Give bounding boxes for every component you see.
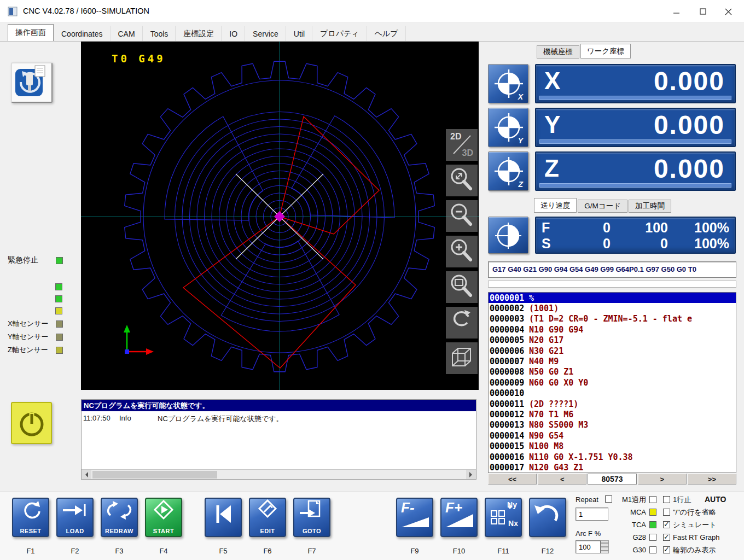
program-line[interactable]: 0000007 N40 M9 [489,356,736,366]
menu-tab[interactable]: 操作画面 [8,24,54,41]
feed-origin-button[interactable] [488,217,528,254]
program-line[interactable]: 0000004 N10 G90 G94 [489,324,736,335]
start-button[interactable]: START [145,498,182,537]
program-line[interactable]: 0000016 N110 G0 X-1.751 Y0.38 [489,452,736,462]
load-caption: LOAD [57,528,92,534]
graphics-canvas[interactable]: T0 G49 2D 3D [81,42,479,390]
maximize-button[interactable] [690,0,716,23]
menu-tab[interactable]: プロパティ [312,26,367,41]
program-line[interactable]: 0000003 (T1 D=2 CR=0 - ZMIN=-5.1 - flat … [489,314,736,324]
scroll-left-button[interactable] [82,470,91,479]
redraw-button[interactable]: REDRAW [101,498,138,537]
program-navigation: << < 80573 > >> [488,474,736,485]
feed-decrease-button[interactable]: F- [396,498,433,537]
feed-tab[interactable]: G/Mコード [578,200,627,213]
spindle-tool-button[interactable] [11,62,53,103]
goto-button[interactable]: GOTO [293,498,330,537]
repeat-checkbox[interactable] [605,495,612,503]
zoom-out-button[interactable] [446,200,478,232]
feed-tab[interactable]: 加工時間 [629,200,671,213]
program-line[interactable]: 0000013 N80 S5000 M3 [489,420,736,430]
coordinate-tabs: 機械座標 ワーク座標 [537,45,632,59]
menu-tab[interactable]: 座標設定 [176,26,222,41]
program-line[interactable]: 0000010 [489,388,736,399]
nav-next-button[interactable]: > [638,474,687,485]
power-button[interactable] [11,402,52,444]
line-number: 0000017 [490,463,529,472]
axis-origin-button-x[interactable]: X [488,64,528,103]
flag-indicator[interactable] [649,496,656,503]
nav-last-button[interactable]: >> [688,474,736,485]
flag-indicator[interactable] [649,521,656,528]
option-checkbox[interactable] [663,546,670,553]
zoom-fit-button[interactable] [446,165,478,196]
menu-tab[interactable]: Tools [143,26,176,41]
program-line[interactable]: 0000001 % [489,293,736,303]
menu-tab[interactable]: Service [245,26,286,41]
option-checkbox[interactable] [663,534,670,541]
mode-2d3d-button[interactable]: 2D 3D [446,129,478,161]
program-line[interactable]: 0000005 N20 G17 [489,335,736,346]
flag-row: G28 [616,531,656,544]
option-row: シミュレート [663,518,720,531]
program-line[interactable]: 0000015 N100 M8 [489,441,736,451]
spin-down-button[interactable] [601,547,609,553]
block-skip-button[interactable]: Ny Nx [485,498,522,537]
menu-tab[interactable]: ヘルプ [367,26,406,41]
arc-feed-spinner [601,540,609,553]
line-code: N50 G0 Z1 [529,367,573,377]
sensor-led [56,320,63,328]
flag-indicator[interactable] [649,509,656,516]
scroll-thumb[interactable] [92,471,217,479]
minimize-button[interactable] [664,0,689,23]
nav-prev-button[interactable]: < [538,474,586,485]
option-checkbox[interactable] [663,521,670,528]
program-listing[interactable]: 0000001 % 0000002 (1001) 0000003 (T1 D=2… [488,292,736,473]
scroll-right-button[interactable] [466,470,476,479]
axis-origin-button-z[interactable]: Z [488,151,528,191]
back-button[interactable] [529,498,566,537]
line-counter: 80573 [588,474,636,485]
line-number: 0000010 [490,388,529,398]
nav-first-button[interactable]: << [488,474,537,485]
close-button[interactable] [716,0,741,23]
feed-increase-button[interactable]: F+ [440,498,478,537]
message-log[interactable]: 11:07:50 Info NCプログラムを実行可能な状態です。 [82,411,476,469]
program-line[interactable]: 0000009 N60 G0 X0 Y0 [489,377,736,388]
redraw-view-button[interactable]: REDRAW [446,307,478,339]
spindle-percent: 100% [668,236,729,251]
zoom-window-button[interactable] [446,271,478,303]
view-cube-button[interactable] [446,342,478,374]
program-line[interactable]: 0000017 N120 G43 Z1 [489,462,736,472]
flag-indicator[interactable] [649,534,656,541]
zoom-in-button[interactable] [446,236,478,267]
program-line[interactable]: 0000006 N30 G21 [489,346,736,356]
program-line[interactable]: 0000011 (2D ????1) [489,399,736,409]
log-scrollbar[interactable] [82,469,476,479]
arc-feed-input[interactable] [576,540,601,553]
redraw-icon [446,307,478,330]
load-icon [57,499,92,522]
edit-caption: EDIT [250,528,285,534]
menu-tab[interactable]: IO [222,26,245,41]
menu-tab[interactable]: Coordinates [54,26,111,41]
load-button[interactable]: LOAD [56,498,94,537]
program-line[interactable]: 0000002 (1001) [489,303,736,313]
menu-tab[interactable]: CAM [111,26,143,41]
program-line[interactable]: 0000012 N70 T1 M6 [489,409,736,419]
menu-tab[interactable]: Util [286,26,312,41]
flag-indicator[interactable] [649,546,656,553]
option-checkbox[interactable] [663,509,670,516]
coordinate-tab[interactable]: 機械座標 [537,45,579,59]
reset-button[interactable]: RESET [12,498,49,537]
option-checkbox[interactable] [663,496,670,503]
program-line[interactable]: 0000014 N90 G54 [489,430,736,441]
axis-origin-button-y[interactable]: Y [488,108,528,147]
feed-tab[interactable]: 送り速度 [534,198,577,213]
rewind-button[interactable] [205,498,242,537]
program-line[interactable]: 0000008 N50 G0 Z1 [489,367,736,377]
spin-up-button[interactable] [601,540,609,547]
repeat-input[interactable] [576,508,608,521]
coordinate-tab[interactable]: ワーク座標 [580,44,631,59]
edit-button[interactable]: EDIT [249,498,286,537]
